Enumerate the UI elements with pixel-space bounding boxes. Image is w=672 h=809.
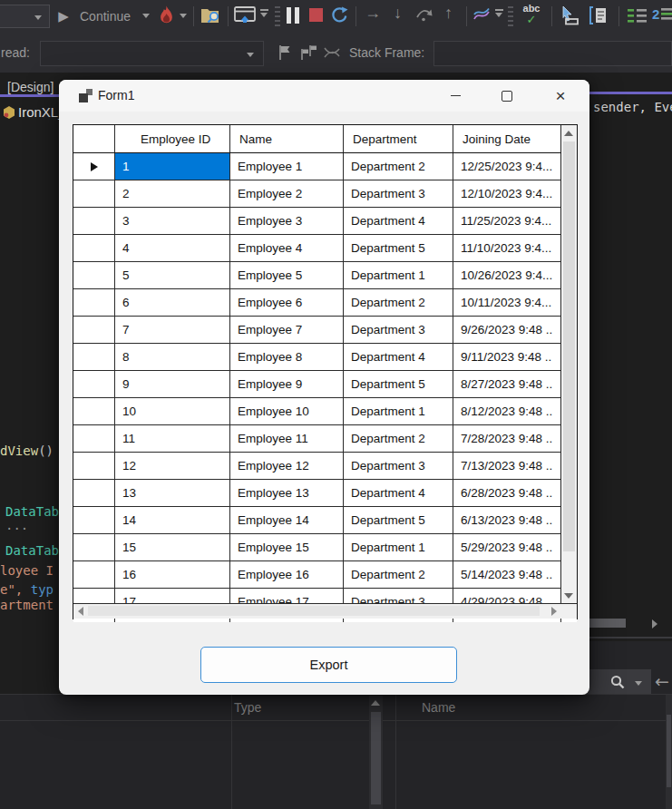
cell-employee-id[interactable]: 14 (115, 507, 230, 533)
cell-employee-id[interactable]: 7 (115, 317, 230, 343)
row-header-cell[interactable] (73, 398, 115, 424)
cell-name[interactable]: Employee 16 (230, 561, 344, 588)
cell-joining-date[interactable]: 12/10/2023 9:4... (453, 180, 561, 207)
scroll-left-icon[interactable] (78, 607, 83, 616)
cell-joining-date[interactable]: 8/12/2023 9:48 .. (453, 398, 561, 424)
find-in-files-icon[interactable] (200, 6, 222, 25)
show-threads-in-source-icon[interactable] (323, 46, 341, 59)
cell-joining-date[interactable]: 10/26/2023 9:4... (453, 262, 561, 288)
panel-vscrollbar[interactable] (369, 696, 383, 809)
row-header-top-cell[interactable] (73, 125, 115, 152)
cell-name[interactable]: Employee 9 (230, 371, 344, 397)
cell-department[interactable]: Department 2 (344, 289, 453, 316)
cell-employee-id[interactable]: 15 (115, 534, 230, 560)
table-row[interactable]: 8 Employee 8 Department 4 9/11/2023 9:48… (73, 344, 577, 371)
cell-name[interactable]: Employee 14 (230, 507, 344, 533)
scrollbar-thumb[interactable] (371, 712, 381, 804)
row-header-cell[interactable] (73, 235, 115, 261)
scroll-down-icon[interactable] (564, 593, 573, 599)
cell-name[interactable]: Employee 10 (230, 398, 344, 424)
break-all-icon[interactable] (287, 7, 301, 24)
cell-department[interactable]: Department 2 (344, 425, 453, 452)
cell-employee-id[interactable]: 16 (115, 561, 230, 588)
thread-dropdown[interactable] (40, 41, 264, 66)
table-row[interactable]: 5 Employee 5 Department 1 10/26/2023 9:4… (73, 262, 577, 289)
row-header-cell[interactable] (73, 425, 115, 452)
cell-department[interactable]: Department 2 (344, 153, 453, 180)
table-row[interactable]: 14 Employee 14 Department 5 6/13/2023 9:… (73, 507, 577, 534)
cell-joining-date[interactable]: 9/11/2023 9:48 .. (453, 344, 561, 370)
cell-department[interactable]: Department 5 (344, 371, 453, 397)
cell-employee-id[interactable]: 10 (115, 398, 230, 424)
employee-datagrid[interactable]: Employee ID Name Department Joining Date… (73, 124, 578, 619)
cell-department[interactable]: Department 3 (344, 180, 453, 207)
cell-name[interactable]: Employee 2 (230, 180, 344, 207)
abc-check-icon[interactable]: abc ✓ (519, 4, 544, 25)
scroll-right-icon[interactable] (551, 607, 557, 616)
show-next-statement-icon[interactable]: → (365, 4, 381, 23)
cell-employee-id[interactable]: 4 (115, 235, 230, 261)
row-header-cell[interactable] (73, 507, 115, 533)
home-window-icon[interactable] (234, 6, 257, 25)
cell-name[interactable]: Employee 11 (230, 425, 344, 452)
flag-icon[interactable] (278, 44, 293, 62)
grid-vscrollbar[interactable] (561, 125, 577, 604)
editor-hscrollbar-thumb[interactable] (589, 619, 626, 628)
cell-employee-id[interactable]: 5 (115, 262, 230, 288)
cell-department[interactable]: Department 4 (344, 208, 453, 234)
cell-department[interactable]: Department 5 (344, 235, 453, 261)
table-row[interactable]: 16 Employee 16 Department 2 5/14/2023 9:… (73, 561, 577, 589)
cell-department[interactable]: Department 2 (344, 561, 453, 588)
row-header-cell[interactable] (73, 208, 115, 234)
cell-employee-id[interactable]: 2 (115, 180, 230, 207)
table-row[interactable]: 9 Employee 9 Department 5 8/27/2023 9:48… (73, 371, 577, 398)
cell-name[interactable]: Employee 8 (230, 344, 344, 370)
cell-department[interactable]: Department 5 (344, 507, 453, 533)
row-header-cell[interactable] (73, 180, 115, 207)
debug-target-dropdown[interactable] (0, 5, 50, 28)
row-header-cell[interactable] (73, 153, 115, 180)
cell-employee-id[interactable]: 6 (115, 289, 230, 316)
cell-joining-date[interactable]: 9/26/2023 9:48 .. (453, 317, 561, 343)
cell-name[interactable]: Employee 7 (230, 317, 344, 343)
cell-joining-date[interactable]: 10/11/2023 9:4... (453, 289, 561, 316)
continue-dropdown-caret[interactable] (142, 14, 150, 18)
live-document-icon[interactable] (588, 5, 608, 25)
step-out-icon[interactable]: ↑ (444, 4, 453, 23)
row-header-cell[interactable] (73, 453, 115, 479)
toolbar-options-caret[interactable] (495, 9, 503, 17)
continue-play-icon[interactable]: ▶ (54, 5, 73, 27)
cell-joining-date[interactable]: 5/29/2023 9:48 .. (453, 534, 561, 560)
scrollbar-thumb[interactable] (667, 715, 671, 787)
cell-name[interactable]: Employee 13 (230, 480, 344, 506)
hot-reload-dropdown-caret[interactable] (180, 14, 187, 18)
grid-hscrollbar[interactable] (73, 603, 561, 619)
row-header-cell[interactable] (73, 289, 115, 316)
cell-department[interactable]: Department 4 (344, 480, 453, 506)
stop-debugging-icon[interactable] (309, 8, 323, 22)
table-row[interactable]: 12 Employee 12 Department 3 7/13/2023 9:… (73, 453, 577, 480)
step-over-icon[interactable] (415, 7, 433, 22)
export-button[interactable]: Export (200, 647, 457, 683)
tab-form1-design[interactable]: [Design] (7, 80, 54, 94)
cell-employee-id[interactable]: 8 (115, 344, 230, 370)
cell-joining-date[interactable]: 6/13/2023 9:48 .. (453, 507, 561, 533)
cell-name[interactable]: Employee 4 (230, 235, 344, 261)
step-into-icon[interactable]: ↓ (394, 4, 402, 23)
close-button[interactable]: × (540, 80, 581, 112)
search-options-caret[interactable] (635, 681, 642, 686)
titlebar[interactable]: Form1 × (59, 80, 589, 112)
table-row[interactable]: 13 Employee 13 Department 4 6/28/2023 9:… (73, 480, 577, 507)
scroll-up-icon[interactable] (564, 131, 573, 136)
hot-reload-flame-icon[interactable] (159, 5, 174, 26)
cell-employee-id[interactable]: 3 (115, 208, 230, 234)
restart-icon[interactable] (330, 5, 349, 24)
code-lines-icon[interactable] (628, 7, 648, 24)
table-row[interactable]: 1 Employee 1 Department 2 12/25/2023 9:4… (73, 153, 577, 180)
multi-flag-icon[interactable] (299, 44, 319, 62)
cell-department[interactable]: Department 1 (344, 262, 453, 288)
search-icon[interactable] (609, 674, 626, 690)
panel-right-scrollbar[interactable] (666, 695, 672, 809)
row-header-cell[interactable] (73, 371, 115, 397)
column-header-department[interactable]: Department (344, 125, 453, 152)
